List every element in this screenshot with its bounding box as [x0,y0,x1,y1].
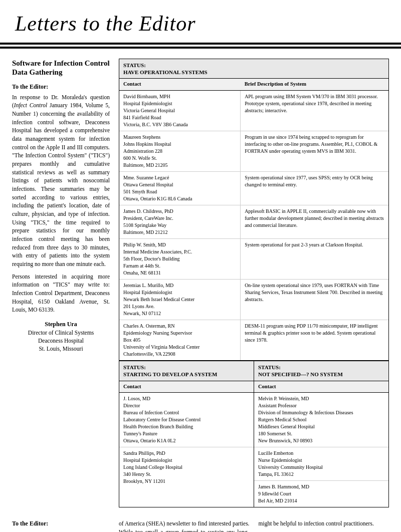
status-header-operational: STATUS: HAVE OPERATIONAL SYSTEMS [119,59,388,79]
table-row: Charles A. Osterman, RN Epidemiology Nur… [119,320,388,361]
contact-cell: Maureen Stephens Johns Hopkins Hospital … [119,131,241,172]
description-cell: APL program using IBM System VM/370 in I… [241,91,388,131]
letter-body-2: Persons interested in acquiring more inf… [12,273,110,314]
second-right-col-right: might be helpful to infection control pr… [259,519,389,532]
second-right-p1: of America (SHEA) newsletter to find int… [119,519,250,532]
letter-greeting-1: To the Editor: [12,83,110,91]
page-title: Letters to the Editor [15,9,386,39]
table-row: Jeremias L. Murillo, MD Hospital Epidemi… [119,280,388,320]
description-cell: System operational for past 2-3 years at… [241,239,388,280]
table-row: Maureen Stephens Johns Hopkins Hospital … [119,131,388,172]
table-row: Melvin P. Weinstein, MD Assistant Profes… [254,393,388,447]
table-row: James B. Hammond, MD 9 Idlewild Court Be… [254,481,388,507]
right-table-area: STATUS: HAVE OPERATIONAL SYSTEMS Contact… [119,59,389,508]
second-right-two-cols: of America (SHEA) newsletter to find int… [119,519,389,532]
description-cell: Applesoft BASIC in APPLE II, commerciall… [241,205,388,239]
article-title: Software for Infection Control Data Gath… [12,59,110,77]
table-row: James D. Childress, PhD President, CareW… [119,205,388,239]
status-col-not-specified: STATUS: NOT SPECIFIED—? NO SYSTEM Contac… [254,361,388,507]
contact-cell: Jeremias L. Murillo, MD Hospital Epidemi… [119,280,241,320]
second-left-col: To the Editor: I noticed with interest D… [12,519,110,532]
col-header-developing-contact: Contact [119,381,254,393]
description-cell: DESM-11 program using PDP 11/70 minicomp… [241,320,388,361]
letter-body-1: In response to Dr. Moraleda's question (… [12,93,110,269]
status-label-operational: STATUS: HAVE OPERATIONAL SYSTEMS [123,62,384,76]
contact-cell: James D. Childress, PhD President, CareW… [119,205,241,239]
signature-block-1: Stephen Ura Director of Clinical Systems… [12,320,110,353]
table-row: Sandra Phillips, PhD Hospital Epidemiolo… [119,447,254,488]
status-col-developing: STATUS: STARTING TO DEVELOP A SYSTEM Con… [119,361,254,507]
col-header-description: Brief Description of System [241,79,388,90]
contact-cell: Melvin P. Weinstein, MD Assistant Profes… [254,393,388,447]
left-column: Software for Infection Control Data Gath… [12,59,110,508]
description-cell: On-line system operational since 1979, u… [241,280,388,320]
developing-table: Contact J. Losos, MD Director Bureau of … [119,381,254,488]
contact-cell: James B. Hammond, MD 9 Idlewild Court Be… [254,481,388,507]
contact-cell: Philip W. Smith, MD Internal Medicine As… [119,239,241,280]
contact-cell: Sandra Phillips, PhD Hospital Epidemiolo… [119,447,254,488]
contact-cell: David Birnbaum, MPH Hospital Epidemiolog… [119,91,241,131]
not-specified-table: Contact Melvin P. Weinstein, MD Assistan… [254,381,388,507]
status-header-developing: STATUS: STARTING TO DEVELOP A SYSTEM [119,361,254,381]
description-cell: Program in use since 1974 being scrapped… [241,131,388,172]
table-row: Lucille Emberton Nurse Epidemiologist Un… [254,447,388,481]
main-content: Software for Infection Control Data Gath… [0,49,401,513]
second-right-p3: might be helpful to infection control pr… [259,519,389,528]
contact-cell: Mme. Suzanne Legacé Ottawa General Hospi… [119,172,241,205]
second-right-col-left: of America (SHEA) newsletter to find int… [119,519,250,532]
page-header: Letters to the Editor [0,0,401,45]
col-header-not-specified-contact: Contact [254,381,388,393]
table-row: David Birnbaum, MPH Hospital Epidemiolog… [119,91,388,131]
table-row: J. Losos, MD Director Bureau of Infectio… [119,393,254,447]
status-section-operational: STATUS: HAVE OPERATIONAL SYSTEMS Contact… [119,59,388,361]
description-cell: System operational since 1977, uses SPSS… [241,172,388,205]
contact-cell: Lucille Emberton Nurse Epidemiologist Un… [254,447,388,481]
table-row: Philip W. Smith, MD Internal Medicine As… [119,239,388,280]
table-row: Mme. Suzanne Legacé Ottawa General Hospi… [119,172,388,205]
operational-table: Contact Brief Description of System Davi… [119,79,388,360]
col-header-contact: Contact [119,79,241,90]
status-header-not-specified: STATUS: NOT SPECIFIED—? NO SYSTEM [254,361,388,381]
bottom-status-area: STATUS: STARTING TO DEVELOP A SYSTEM Con… [119,361,388,507]
second-letter-section: To the Editor: I noticed with interest D… [0,512,401,532]
contact-cell: J. Losos, MD Director Bureau of Infectio… [119,393,254,447]
second-right-col: of America (SHEA) newsletter to find int… [119,519,389,532]
contact-cell: Charles A. Osterman, RN Epidemiology Nur… [119,320,241,361]
letter-greeting-2: To the Editor: [12,519,110,528]
